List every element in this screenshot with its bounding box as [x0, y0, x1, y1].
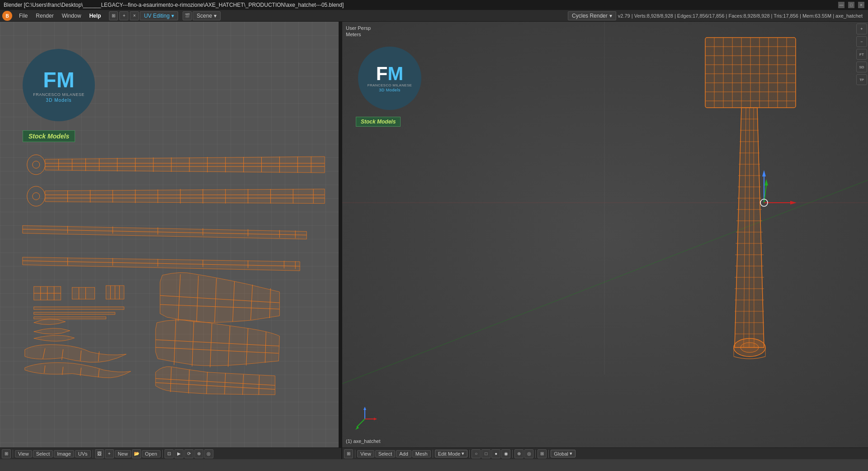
svg-marker-159 [374, 418, 377, 420]
stats-info: v2.79 | Verts:8,928/8,928 | Edges:17,856… [618, 13, 863, 19]
uv-bottom-toolbar: ⊞ View Select Image UVs 🖼 + New 📂 Open ⊡… [0, 447, 341, 459]
viewport-wire-icon[interactable]: □ [481, 449, 491, 458]
chevron-down-icon: ▾ [171, 13, 174, 19]
titlebar-title: Blender [C:\Users\franc\Desktop\______LE… [4, 2, 344, 8]
m-letter-3d: M [387, 63, 403, 84]
edit-mode-selector[interactable]: Edit Mode ▾ [435, 450, 468, 457]
menubar: B File Render Window Help ⊞ + × UV Editi… [0, 10, 868, 22]
proportional-icon[interactable]: ◎ [204, 449, 213, 458]
object-label: (1) axe_hatchet [346, 438, 380, 444]
menu-help[interactable]: Help [85, 12, 104, 20]
3d-sep-3 [469, 450, 470, 458]
layer-icon[interactable]: ⊞ [538, 449, 547, 458]
svg-rect-68 [34, 317, 106, 319]
new-image-btn[interactable]: New [115, 450, 131, 457]
3d-sep-2 [433, 450, 433, 458]
3d-viewport[interactable]: User Persp Meters FM FRANCESCO MILANESE … [342, 22, 868, 447]
zoom-in-btn[interactable]: + [856, 24, 867, 34]
select-btn[interactable]: Select [33, 450, 53, 457]
workspace-grid-icon[interactable]: ⊞ [109, 11, 118, 20]
uv-strip-3 [23, 226, 307, 239]
info-bar: Cycles Render ▾ v2.79 | Verts:8,928/8,92… [222, 11, 866, 20]
uvs-btn[interactable]: UVs [75, 450, 91, 457]
workspace-selector[interactable]: UV Editing ▾ [140, 11, 178, 20]
uv-axe-head [156, 272, 279, 395]
uv-editor-panel: FM FRANCESCO MILANESE 3D Models Stock Mo… [0, 22, 342, 459]
uv-parts-small [34, 285, 124, 341]
view-btn[interactable]: View [15, 450, 32, 457]
workspace-close-icon[interactable]: × [130, 11, 139, 20]
viewport-solid-icon[interactable]: ● [491, 449, 500, 458]
3d-sep-4 [512, 450, 513, 458]
menu-window[interactable]: Window [58, 12, 85, 20]
uv-mode-icon[interactable]: ⊞ [2, 449, 11, 458]
svg-marker-157 [363, 407, 366, 410]
open-image-btn[interactable]: Open [142, 450, 160, 457]
svg-point-23 [33, 193, 40, 200]
viewport-rendered-icon[interactable]: ◉ [501, 449, 510, 458]
svg-point-22 [27, 186, 45, 206]
separator-1 [13, 450, 13, 458]
uv-strip-1 [27, 155, 325, 175]
image-display-icon[interactable]: 🖼 [95, 449, 104, 458]
minimize-btn[interactable]: — [838, 2, 844, 8]
svg-rect-66 [34, 307, 124, 309]
3d-bottom-toolbar: ⊞ View Select Add Mesh Edit Mode ▾ ○ □ ●… [342, 447, 868, 459]
3d-select-btn[interactable]: Select [375, 450, 396, 457]
manipulator-icon[interactable]: ⊕ [514, 449, 524, 458]
menu-render[interactable]: Render [32, 12, 57, 20]
add-image-icon[interactable]: + [105, 449, 114, 458]
fm-subtitle-3d: 3D Models [379, 88, 401, 92]
engine-selector[interactable]: Cycles Render ▾ [568, 11, 616, 20]
view-realtime-icon[interactable]: ▶ [175, 449, 184, 458]
close-btn[interactable]: × [858, 2, 864, 8]
3d-mesh-btn[interactable]: Mesh [412, 450, 431, 457]
3d-add-btn[interactable]: Add [396, 450, 411, 457]
svg-point-3 [33, 161, 40, 168]
folder-icon[interactable]: 📂 [132, 449, 141, 458]
global-selector[interactable]: Global ▾ [551, 450, 576, 457]
engine-chevron-icon: ▾ [609, 13, 612, 19]
scene-label: Scene [197, 13, 212, 19]
workspace-add-icon[interactable]: + [119, 11, 128, 20]
view-fit-icon[interactable]: ⊡ [165, 449, 174, 458]
separator-3 [162, 450, 163, 458]
3d-sep-1 [355, 450, 355, 458]
menu-file[interactable]: File [15, 12, 31, 20]
3d-view-btn[interactable]: View [357, 450, 374, 457]
panel-resize-handle[interactable] [339, 22, 341, 447]
svg-rect-67 [34, 312, 115, 314]
svg-line-160 [357, 419, 365, 427]
view-top-btn[interactable]: TP [856, 74, 867, 85]
uv-viewport[interactable]: FM FRANCESCO MILANESE 3D Models Stock Mo… [0, 22, 341, 447]
uv-parts-organic [25, 345, 131, 378]
fm-letters-3d: FM [376, 64, 404, 83]
titlebar-controls[interactable]: — □ × [838, 2, 864, 8]
global-chevron: ▾ [570, 451, 572, 457]
viewport-overlay-buttons: + − FT SD TP [854, 22, 868, 87]
maximize-btn[interactable]: □ [848, 2, 854, 8]
image-btn[interactable]: Image [54, 450, 74, 457]
engine-label: Cycles Render [572, 13, 608, 19]
sync-icon[interactable]: ⟳ [184, 449, 193, 458]
3d-viewport-panel: User Persp Meters FM FRANCESCO MILANESE … [342, 22, 868, 459]
snap-icon[interactable]: ⊕ [194, 449, 203, 458]
uv-strip-4 [23, 257, 300, 271]
edit-mode-chevron: ▾ [462, 451, 464, 457]
view-front-btn[interactable]: FT [856, 49, 867, 60]
blender-logo: B [2, 10, 13, 21]
uv-strip-2 [27, 186, 325, 206]
scene-selector[interactable]: Scene ▾ [193, 11, 221, 20]
viewport-gizmo [351, 405, 378, 434]
3d-mode-icon[interactable]: ⊞ [344, 449, 353, 458]
viewport-shading-icon[interactable]: ○ [472, 449, 481, 458]
zoom-out-btn[interactable]: − [856, 36, 867, 47]
view-side-btn[interactable]: SD [856, 62, 867, 72]
3d-sep-6 [548, 450, 549, 458]
fm-author-3d: FRANCESCO MILANESE [368, 83, 412, 87]
stock-badge-3d: Stock Models [356, 117, 401, 127]
fm-logo-3d: FM FRANCESCO MILANESE 3D Models [358, 47, 421, 110]
separator-2 [93, 450, 93, 458]
workspace-label: UV Editing [144, 13, 170, 19]
pivot-icon[interactable]: ◎ [524, 449, 533, 458]
